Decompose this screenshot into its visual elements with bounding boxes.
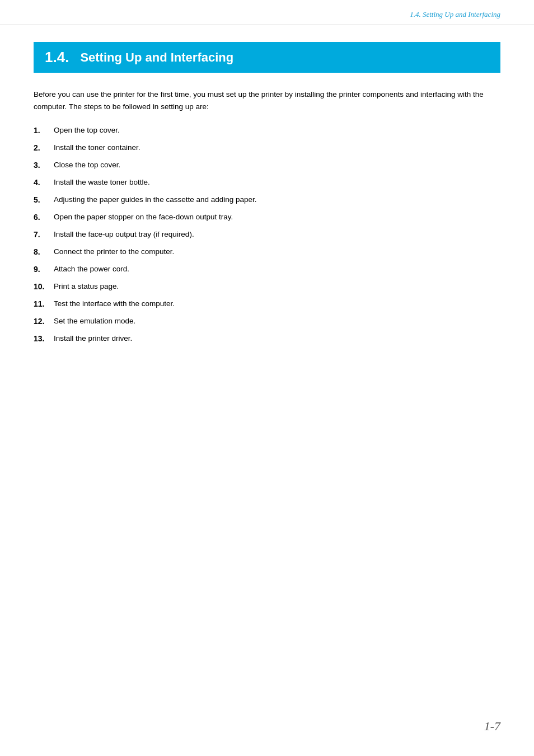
list-item: 9.Attach the power cord.	[34, 264, 500, 275]
header-title: 1.4. Setting Up and Interfacing	[410, 10, 500, 19]
list-item: 13.Install the printer driver.	[34, 333, 500, 345]
section-title: Setting Up and Interfacing	[80, 50, 233, 65]
list-item: 10.Print a status page.	[34, 281, 500, 293]
step-number: 8.	[34, 246, 54, 258]
step-number: 11.	[34, 298, 54, 310]
step-text: Attach the power cord.	[54, 264, 500, 275]
step-number: 4.	[34, 177, 54, 189]
step-number: 1.	[34, 125, 54, 137]
step-number: 10.	[34, 281, 54, 293]
list-item: 1.Open the top cover.	[34, 125, 500, 137]
step-text: Adjusting the paper guides in the casset…	[54, 194, 500, 205]
step-number: 6.	[34, 212, 54, 223]
list-item: 6.Open the paper stopper on the face-dow…	[34, 212, 500, 223]
page-header: 1.4. Setting Up and Interfacing	[0, 0, 534, 25]
page-footer: 1-7	[484, 719, 500, 734]
step-text: Test the interface with the computer.	[54, 298, 500, 309]
step-text: Install the printer driver.	[54, 333, 500, 344]
step-number: 9.	[34, 264, 54, 275]
list-item: 3.Close the top cover.	[34, 159, 500, 171]
step-text: Close the top cover.	[54, 159, 500, 171]
list-item: 5.Adjusting the paper guides in the cass…	[34, 194, 500, 206]
list-item: 7.Install the face-up output tray (if re…	[34, 229, 500, 241]
main-content: 1.4. Setting Up and Interfacing Before y…	[0, 25, 534, 384]
list-item: 2.Install the toner container.	[34, 142, 500, 154]
list-item: 4.Install the waste toner bottle.	[34, 177, 500, 189]
list-item: 12.Set the emulation mode.	[34, 316, 500, 327]
step-number: 13.	[34, 333, 54, 345]
step-text: Install the toner container.	[54, 142, 500, 153]
step-text: Install the face-up output tray (if requ…	[54, 229, 500, 240]
step-number: 2.	[34, 142, 54, 154]
list-item: 11.Test the interface with the computer.	[34, 298, 500, 310]
step-number: 5.	[34, 194, 54, 206]
intro-paragraph: Before you can use the printer for the f…	[34, 88, 500, 114]
steps-list: 1.Open the top cover.2.Install the toner…	[34, 125, 500, 345]
list-item: 8.Connect the printer to the computer.	[34, 246, 500, 258]
step-text: Open the top cover.	[54, 125, 500, 136]
page-container: 1.4. Setting Up and Interfacing 1.4. Set…	[0, 0, 534, 756]
step-text: Print a status page.	[54, 281, 500, 292]
step-number: 12.	[34, 316, 54, 327]
step-text: Install the waste toner bottle.	[54, 177, 500, 188]
step-number: 7.	[34, 229, 54, 241]
step-number: 3.	[34, 159, 54, 171]
page-number: 1-7	[484, 719, 500, 733]
section-number: 1.4.	[45, 49, 69, 66]
step-text: Open the paper stopper on the face-down …	[54, 212, 500, 223]
step-text: Connect the printer to the computer.	[54, 246, 500, 257]
section-heading-banner: 1.4. Setting Up and Interfacing	[34, 42, 500, 73]
step-text: Set the emulation mode.	[54, 316, 500, 327]
